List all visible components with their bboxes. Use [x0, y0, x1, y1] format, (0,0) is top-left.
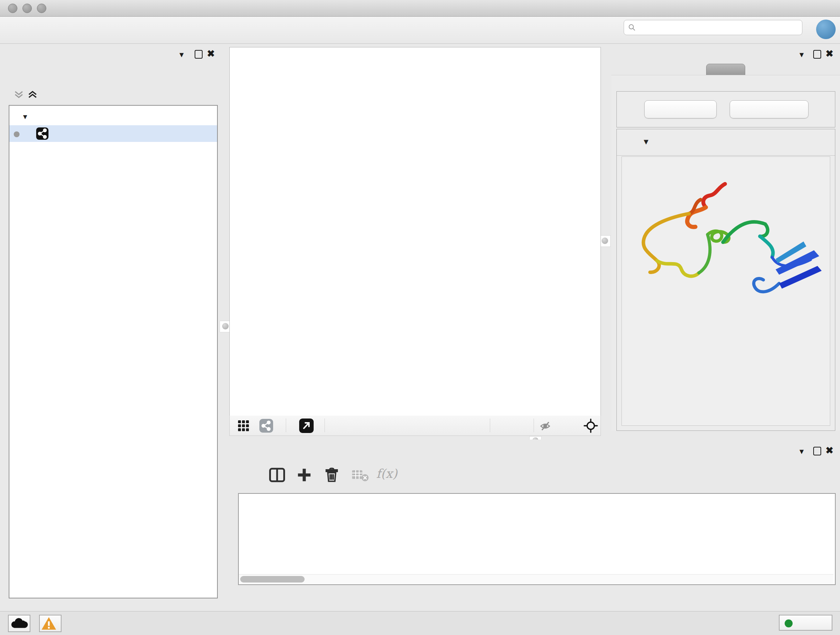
- network-tree: ▼: [9, 105, 218, 599]
- cloud-status-button[interactable]: [8, 615, 30, 632]
- collapse-all-icon[interactable]: [14, 89, 24, 100]
- table-options-gear-icon[interactable]: [240, 466, 259, 485]
- fit-selected-crosshair-icon[interactable]: [584, 418, 598, 433]
- control-panel-float-icon[interactable]: [195, 50, 202, 59]
- table-panel-collapse-icon[interactable]: ▼: [798, 448, 805, 456]
- hidden-eye-icon[interactable]: [539, 420, 551, 432]
- network-state-dot: [14, 131, 19, 137]
- network-type-badge-icon[interactable]: [259, 419, 273, 432]
- expand-all-icon[interactable]: [27, 89, 38, 100]
- open-in-new-window-icon[interactable]: [299, 418, 314, 433]
- table-horizontal-scrollbar[interactable]: [239, 574, 834, 584]
- search-icon: [628, 23, 636, 32]
- search-input[interactable]: [624, 20, 802, 35]
- results-panel-collapse-icon[interactable]: ▼: [798, 51, 805, 59]
- network-collection-row[interactable]: ▼: [9, 109, 217, 125]
- search-field[interactable]: [639, 21, 800, 34]
- entry-collapse-icon[interactable]: ▼: [642, 137, 650, 147]
- table-panel-float-icon[interactable]: [813, 447, 821, 455]
- memory-button[interactable]: [779, 615, 832, 631]
- protein-structure-image: [629, 176, 824, 309]
- control-panel-collapse-icon[interactable]: ▼: [178, 51, 185, 59]
- network-row-selected[interactable]: [9, 125, 217, 142]
- warning-status-button[interactable]: [39, 615, 62, 632]
- result-entry-header[interactable]: ▼: [617, 129, 835, 156]
- birds-eye-view-icon[interactable]: [238, 420, 249, 432]
- control-panel-close-icon[interactable]: ✖: [207, 48, 215, 59]
- expand-all-button[interactable]: [644, 100, 717, 119]
- node-table: [238, 493, 836, 585]
- function-builder-icon: f(x): [376, 466, 397, 481]
- results-panel-close-icon[interactable]: ✖: [826, 48, 834, 59]
- add-column-icon[interactable]: [295, 466, 314, 485]
- table-panel-close-icon[interactable]: ✖: [826, 445, 834, 456]
- tree-expand-icon[interactable]: ▼: [22, 109, 28, 125]
- help-button[interactable]: [816, 19, 836, 39]
- network-footer-bar: ✓: [229, 416, 601, 436]
- entry-detail: [622, 157, 830, 426]
- status-bar: [0, 611, 840, 635]
- results-panel-float-icon[interactable]: [813, 50, 821, 59]
- network-canvas[interactable]: [229, 47, 601, 416]
- memory-status-dot: [785, 619, 793, 627]
- result-entry-card: ▼: [616, 129, 835, 431]
- network-type-icon: [36, 127, 49, 140]
- results-actions-group: [616, 91, 835, 127]
- collapse-all-button[interactable]: [729, 100, 808, 119]
- title-bar: [0, 0, 840, 17]
- main-toolbar: [0, 17, 840, 44]
- delete-column-icon[interactable]: [322, 466, 341, 485]
- delete-table-icon[interactable]: [351, 466, 369, 485]
- network-selection-bar: [9, 84, 216, 105]
- show-columns-icon[interactable]: [268, 466, 286, 485]
- application-window: ▼ ✖ ▼: [0, 0, 840, 635]
- window-title: [0, 0, 840, 16]
- scrollbar-thumb[interactable]: [240, 576, 305, 583]
- network-options-gear-icon[interactable]: [208, 87, 223, 102]
